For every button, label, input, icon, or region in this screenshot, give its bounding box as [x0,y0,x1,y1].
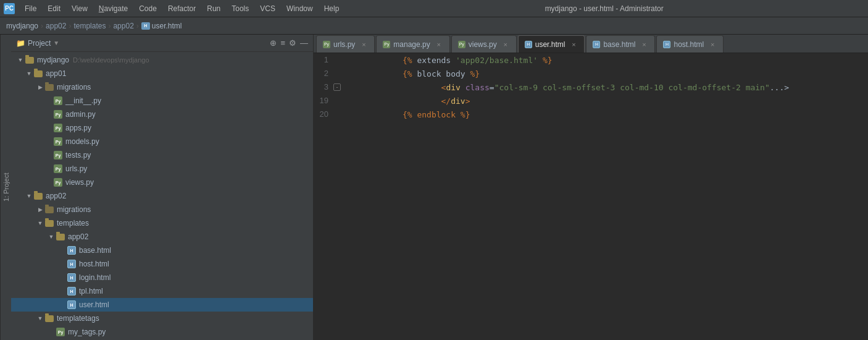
file-icon-app01-apps: Py [53,123,63,133]
tree-item-app01-migrations[interactable]: ▶ migrations [11,80,313,94]
file-icon-base-html: H [67,245,77,255]
label-app01-views: views.py [65,178,94,187]
tab-close-views-py[interactable]: × [501,40,510,49]
app-icon: PC [4,3,15,14]
tree-icon-close[interactable]: — [300,38,308,48]
label-app01-tests: tests.py [65,151,91,159]
tab-urls-py[interactable]: Py urls.py × [316,35,375,53]
folder-icon-templates-app02 [56,232,65,242]
tree-item-app01[interactable]: ▼ app01 [11,67,313,80]
tree-item-login-html[interactable]: H login.html [11,271,313,284]
label-app02-templates: templates [57,219,89,227]
tree-item-my-tags[interactable]: Py my_tags.py [11,325,313,339]
file-icon-login-html: H [67,273,77,283]
arrow-app02: ▼ [25,192,33,200]
fold-icon-line3[interactable]: - [333,83,341,91]
tab-close-manage-py[interactable]: × [435,40,443,49]
tab-icon-host-html: H [663,41,670,48]
side-panel-label[interactable]: 1: Project [0,35,11,340]
label-host-html: host.html [79,260,109,268]
tree-item-app01-views[interactable]: Py views.py [11,176,313,189]
tree-item-user-html[interactable]: H user.html [11,298,313,312]
menu-run[interactable]: Run [202,3,225,14]
path-mydjango: D:\web\devops\mydjango [73,56,149,64]
breadcrumb-app02[interactable]: app02 [46,22,66,30]
tab-close-base-html[interactable]: × [640,40,648,49]
menu-file[interactable]: File [20,3,41,14]
tab-label-urls-py: urls.py [333,40,355,49]
tab-views-py[interactable]: Py views.py × [451,35,517,53]
tab-user-html[interactable]: H user.html × [518,35,585,53]
tree-header: 📁 Project ▼ ⊕ ≡ ⚙ — [11,35,313,52]
label-tpl-html: tpl.html [79,287,103,295]
label-mydjango: mydjango [37,56,69,64]
file-icon-app01-init: Py [53,96,63,106]
breadcrumb-templates[interactable]: templates [73,22,106,30]
arrow-mydjango: ▼ [16,56,25,64]
tree-item-app01-admin[interactable]: Py admin.py [11,108,313,121]
label-app01-urls: urls.py [65,164,87,173]
menu-edit[interactable]: Edit [43,3,65,14]
tree-item-app02-migrations[interactable]: ▶ migrations [11,203,313,216]
tree-item-app01-init[interactable]: Py __init__.py [11,94,313,108]
menu-navigate[interactable]: Navigate [94,3,133,14]
menu-view[interactable]: View [67,3,93,14]
tab-label-manage-py: manage.py [393,40,430,49]
tree-item-templatetags[interactable]: ▼ templatetags [11,312,313,325]
breadcrumb-app02-sub[interactable]: app02 [113,22,133,30]
folder-icon-app02-templates [44,218,54,228]
tree-item-app02-templates[interactable]: ▼ templates [11,216,313,230]
tree-item-app01-urls[interactable]: Py urls.py [11,162,313,176]
window-title: mydjango - user.html - Administrator [344,4,864,13]
tree-item-app02-templates-app02[interactable]: ▼ app02 [11,230,313,244]
menu-help[interactable]: Help [319,3,344,14]
folder-icon-templatetags [44,313,54,323]
label-app01-apps: apps.py [65,124,91,132]
tree-icon-collapse[interactable]: ≡ [280,38,285,48]
tree-icon-target[interactable]: ⊕ [270,38,277,48]
menu-code[interactable]: Code [134,3,162,14]
tree-item-app02[interactable]: ▼ app02 [11,189,313,203]
tab-icon-manage-py: Py [383,41,390,48]
tree-dropdown-arrow[interactable]: ▼ [53,40,59,46]
label-app02: app02 [46,192,66,200]
tab-manage-py[interactable]: Py manage.py × [376,35,449,53]
tab-close-host-html[interactable]: × [708,40,717,49]
menu-refactor[interactable]: Refactor [163,3,201,14]
tree-item-tpl-html[interactable]: H tpl.html [11,284,313,298]
breadcrumb: mydjango › app02 › templates › app02 › H… [0,17,868,35]
tree-item-app01-apps[interactable]: Py apps.py [11,121,313,135]
tab-icon-base-html: H [593,41,600,48]
tree-content: ▼ mydjango D:\web\devops\mydjango ▼ app0… [11,52,313,340]
tab-label-views-py: views.py [469,40,497,49]
tree-item-app01-models[interactable]: Py models.py [11,135,313,148]
label-my-tags: my_tags.py [68,328,106,336]
tree-item-app01-tests[interactable]: Py tests.py [11,148,313,162]
tree-item-base-html[interactable]: H base.html [11,244,313,257]
tree-item-root[interactable]: ▼ mydjango D:\web\devops\mydjango [11,53,313,67]
arrow-app01: ▼ [25,69,33,78]
file-icon-app01-admin: Py [53,109,63,119]
arrow-templates-app02: ▼ [47,232,56,241]
tab-close-user-html[interactable]: × [569,40,578,49]
tab-close-urls-py[interactable]: × [359,40,368,49]
tree-panel-title: Project [28,39,51,48]
arrow-templatetags: ▼ [36,314,44,323]
breadcrumb-mydjango[interactable]: mydjango [6,22,38,30]
label-app01-init: __init__.py [65,96,101,105]
editor-content[interactable]: 1 {% extends 'app02/base.html' %} 2 {% b… [314,53,868,340]
tab-host-html[interactable]: H host.html × [656,35,724,53]
main-layout: 1: Project 📁 Project ▼ ⊕ ≡ ⚙ — ▼ mydjang… [0,35,868,340]
tree-icon-settings[interactable]: ⚙ [289,38,296,48]
tree-item-host-html[interactable]: H host.html [11,257,313,271]
arrow-app02-migrations: ▶ [36,205,44,214]
label-login-html: login.html [79,273,111,282]
tab-base-html[interactable]: H base.html × [586,35,655,53]
menu-window[interactable]: Window [282,3,318,14]
folder-icon-app02-migrations [44,205,54,215]
menu-vcs[interactable]: VCS [255,3,280,14]
tab-icon-user-html: H [525,41,532,48]
code-line-20: 20 {% endblock %} [314,108,868,121]
label-app02-migrations: migrations [57,205,91,214]
menu-tools[interactable]: Tools [227,3,254,14]
